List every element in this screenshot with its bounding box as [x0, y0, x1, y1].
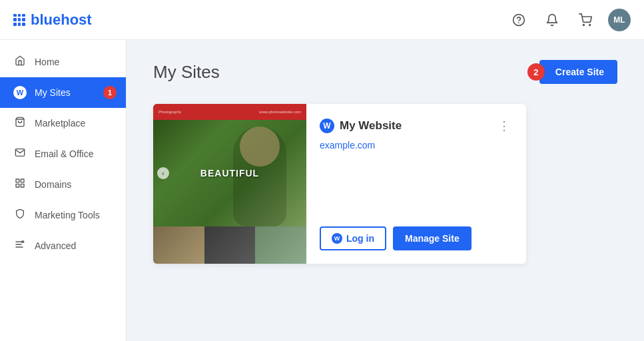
- site-thumbnail: Photography www.photowebsite.com BEAUTIF…: [153, 104, 306, 264]
- svg-rect-6: [21, 179, 24, 182]
- manage-site-button[interactable]: Manage Site: [393, 226, 472, 250]
- site-card-title-row: W My Website ⋮: [320, 117, 513, 135]
- svg-point-2: [583, 24, 585, 25]
- top-navigation: bluehost ML: [0, 0, 644, 40]
- page-title: My Sites: [153, 62, 220, 83]
- create-site-wrapper: 2 Create Site: [527, 60, 617, 84]
- site-url[interactable]: example.com: [320, 140, 513, 151]
- marketplace-icon: [13, 117, 27, 130]
- mock-hero-text: BEAUTIFUL: [200, 168, 259, 178]
- sidebar-item-domains-label: Domains: [35, 179, 71, 190]
- mock-thumb-3: [255, 226, 306, 264]
- wp-icon: W: [320, 119, 334, 133]
- sidebar-item-home-label: Home: [35, 57, 59, 67]
- mock-nav-label: Photography: [159, 110, 181, 114]
- create-site-badge: 2: [527, 63, 545, 81]
- login-button[interactable]: W Log in: [320, 226, 386, 250]
- svg-rect-7: [16, 184, 19, 187]
- sidebar-item-email-office-label: Email & Office: [35, 149, 93, 159]
- home-icon: [13, 55, 27, 69]
- sidebar-item-marketplace[interactable]: Marketplace: [0, 108, 126, 139]
- sidebar-item-email-office[interactable]: Email & Office: [0, 139, 126, 169]
- notifications-icon[interactable]: [541, 9, 563, 31]
- marketing-icon: [13, 208, 27, 222]
- mock-thumb-2: [204, 226, 256, 264]
- login-button-label: Log in: [346, 233, 374, 244]
- sidebar-item-home[interactable]: Home: [0, 47, 126, 77]
- mock-thumbnails: [153, 226, 306, 264]
- svg-rect-8: [21, 184, 24, 187]
- site-card-actions: W Log in Manage Site: [320, 226, 513, 250]
- site-card-info: W My Website ⋮ example.com W Log in Mana…: [306, 104, 526, 264]
- cart-icon[interactable]: [575, 9, 596, 31]
- avatar[interactable]: ML: [608, 9, 631, 31]
- my-sites-badge: 1: [103, 86, 117, 99]
- sidebar-item-advanced-label: Advanced: [35, 240, 76, 251]
- sidebar-item-marketing-tools-label: Marketing Tools: [35, 210, 100, 220]
- mock-browser-header: Photography www.photowebsite.com: [153, 104, 306, 120]
- svg-rect-5: [16, 179, 19, 182]
- site-name: W My Website: [320, 119, 402, 133]
- sidebar-item-my-sites[interactable]: W My Sites 1: [0, 77, 126, 108]
- site-card: Photography www.photowebsite.com BEAUTIF…: [153, 104, 526, 264]
- logo-grid-icon: [13, 14, 25, 26]
- content-area: My Sites 2 Create Site Photography www.p…: [127, 40, 644, 341]
- domains-icon: [13, 178, 27, 191]
- content-header: My Sites 2 Create Site: [153, 60, 617, 84]
- login-wp-icon: W: [332, 233, 342, 244]
- mock-url-label: www.photowebsite.com: [259, 110, 301, 114]
- mock-thumb-1: [153, 226, 204, 264]
- sidebar-item-marketing-tools[interactable]: Marketing Tools: [0, 200, 126, 230]
- sidebar-item-my-sites-label: My Sites: [35, 87, 71, 98]
- sidebar: Home W My Sites 1 Marketplace Email & Of…: [0, 40, 127, 341]
- create-site-button[interactable]: Create Site: [539, 60, 617, 84]
- svg-point-3: [589, 24, 591, 25]
- topnav-icons: ML: [508, 9, 631, 31]
- logo-text: bluehost: [31, 11, 92, 29]
- kebab-menu-icon[interactable]: ⋮: [495, 117, 513, 135]
- email-icon: [13, 147, 27, 161]
- mock-nav-arrow-icon: ‹: [157, 167, 169, 179]
- main-layout: Home W My Sites 1 Marketplace Email & Of…: [0, 40, 644, 341]
- sidebar-item-advanced[interactable]: Advanced: [0, 230, 126, 261]
- sidebar-item-domains[interactable]: Domains: [0, 169, 126, 200]
- mock-hero-area: BEAUTIFUL ‹: [153, 120, 306, 226]
- logo[interactable]: bluehost: [13, 11, 92, 29]
- wordpress-icon: W: [13, 86, 27, 99]
- help-icon[interactable]: [508, 9, 529, 31]
- site-name-text: My Website: [340, 119, 402, 133]
- advanced-icon: [13, 239, 27, 252]
- sidebar-item-marketplace-label: Marketplace: [35, 118, 85, 129]
